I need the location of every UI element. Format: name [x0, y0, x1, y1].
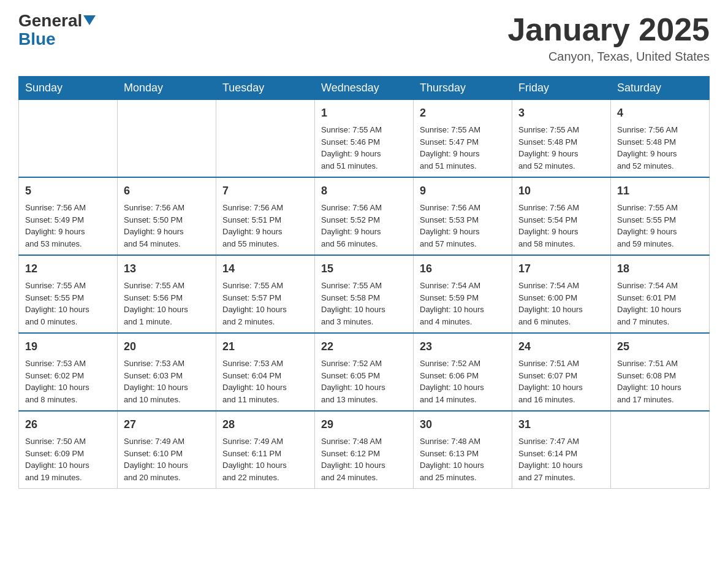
calendar-week-row: 12Sunrise: 7:55 AMSunset: 5:55 PMDayligh…	[19, 255, 710, 333]
day-info: Sunrise: 7:56 AM	[617, 124, 703, 136]
day-info: Sunset: 6:09 PM	[25, 448, 111, 460]
calendar-cell: 17Sunrise: 7:54 AMSunset: 6:00 PMDayligh…	[512, 255, 611, 333]
day-info: Sunrise: 7:55 AM	[617, 202, 703, 214]
calendar-cell: 25Sunrise: 7:51 AMSunset: 6:08 PMDayligh…	[611, 333, 710, 411]
calendar-header-thursday: Thursday	[414, 77, 512, 100]
day-info: Sunset: 6:01 PM	[617, 292, 703, 304]
day-number: 3	[518, 105, 604, 121]
day-info: and 0 minutes.	[25, 316, 111, 328]
day-number: 9	[420, 183, 506, 199]
day-info: Daylight: 9 hours	[518, 226, 604, 238]
calendar-cell: 2Sunrise: 7:55 AMSunset: 5:47 PMDaylight…	[414, 100, 512, 178]
day-info: and 4 minutes.	[420, 316, 506, 328]
day-info: Daylight: 10 hours	[321, 459, 407, 472]
calendar-cell: 9Sunrise: 7:56 AMSunset: 5:53 PMDaylight…	[414, 177, 512, 255]
day-info: Sunset: 5:58 PM	[321, 292, 407, 304]
day-number: 24	[518, 339, 604, 355]
day-info: Sunset: 5:55 PM	[617, 214, 703, 226]
day-info: Sunset: 6:00 PM	[518, 292, 604, 304]
day-info: and 17 minutes.	[617, 394, 703, 406]
day-info: and 54 minutes.	[124, 238, 210, 250]
calendar-header-tuesday: Tuesday	[216, 77, 315, 100]
day-info: Sunrise: 7:54 AM	[617, 280, 703, 292]
day-info: and 56 minutes.	[321, 238, 407, 250]
day-info: Daylight: 10 hours	[25, 459, 111, 472]
day-info: Sunrise: 7:55 AM	[124, 280, 210, 292]
day-info: Sunrise: 7:56 AM	[222, 202, 308, 214]
day-info: and 14 minutes.	[420, 394, 506, 406]
day-info: Daylight: 9 hours	[518, 148, 604, 160]
day-info: and 52 minutes.	[617, 160, 703, 172]
day-info: Daylight: 10 hours	[25, 381, 111, 394]
calendar-cell: 18Sunrise: 7:54 AMSunset: 6:01 PMDayligh…	[611, 255, 710, 333]
day-info: Sunset: 6:13 PM	[420, 448, 506, 460]
day-info: Sunrise: 7:55 AM	[321, 280, 407, 292]
day-info: Sunset: 5:51 PM	[222, 214, 308, 226]
day-info: and 57 minutes.	[420, 238, 506, 250]
day-number: 7	[222, 183, 308, 199]
day-number: 5	[25, 183, 111, 199]
calendar-week-row: 5Sunrise: 7:56 AMSunset: 5:49 PMDaylight…	[19, 177, 710, 255]
day-info: Sunset: 5:50 PM	[124, 214, 210, 226]
day-info: Sunset: 5:47 PM	[420, 136, 506, 148]
day-info: Daylight: 10 hours	[420, 304, 506, 316]
day-number: 19	[25, 339, 111, 355]
day-info: Daylight: 10 hours	[420, 381, 506, 394]
day-info: Daylight: 10 hours	[222, 304, 308, 316]
calendar-cell	[19, 100, 118, 178]
day-number: 30	[420, 416, 506, 433]
day-number: 10	[518, 183, 604, 199]
day-info: Sunset: 5:53 PM	[420, 214, 506, 226]
calendar-cell	[118, 100, 216, 178]
day-info: Sunrise: 7:52 AM	[420, 358, 506, 370]
day-info: and 13 minutes.	[321, 394, 407, 406]
day-info: and 53 minutes.	[25, 238, 111, 250]
calendar-week-row: 19Sunrise: 7:53 AMSunset: 6:02 PMDayligh…	[19, 333, 710, 411]
month-title: January 2025	[507, 12, 710, 47]
day-info: Daylight: 10 hours	[321, 381, 407, 394]
calendar-cell: 10Sunrise: 7:56 AMSunset: 5:54 PMDayligh…	[512, 177, 611, 255]
day-info: and 59 minutes.	[617, 238, 703, 250]
day-info: Sunrise: 7:55 AM	[25, 280, 111, 292]
logo-arrow-icon	[83, 15, 96, 25]
calendar-cell: 13Sunrise: 7:55 AMSunset: 5:56 PMDayligh…	[118, 255, 216, 333]
day-info: Daylight: 10 hours	[321, 304, 407, 316]
day-info: Daylight: 10 hours	[124, 304, 210, 316]
day-number: 15	[321, 261, 407, 277]
calendar-header-monday: Monday	[118, 77, 216, 100]
day-number: 29	[321, 416, 407, 433]
day-number: 6	[124, 183, 210, 199]
day-info: Sunrise: 7:55 AM	[518, 124, 604, 136]
calendar-cell: 23Sunrise: 7:52 AMSunset: 6:06 PMDayligh…	[414, 333, 512, 411]
calendar-cell: 24Sunrise: 7:51 AMSunset: 6:07 PMDayligh…	[512, 333, 611, 411]
day-info: Sunrise: 7:53 AM	[124, 358, 210, 370]
calendar-cell: 29Sunrise: 7:48 AMSunset: 6:12 PMDayligh…	[315, 411, 414, 489]
day-info: Sunrise: 7:55 AM	[321, 124, 407, 136]
day-info: Daylight: 9 hours	[420, 226, 506, 238]
day-info: Daylight: 10 hours	[222, 459, 308, 472]
calendar-cell: 22Sunrise: 7:52 AMSunset: 6:05 PMDayligh…	[315, 333, 414, 411]
day-info: and 16 minutes.	[518, 394, 604, 406]
day-number: 18	[617, 261, 703, 277]
day-info: Sunset: 6:02 PM	[25, 370, 111, 382]
calendar-cell: 19Sunrise: 7:53 AMSunset: 6:02 PMDayligh…	[19, 333, 118, 411]
day-number: 17	[518, 261, 604, 277]
day-info: Sunset: 6:07 PM	[518, 370, 604, 382]
day-info: Sunrise: 7:54 AM	[420, 280, 506, 292]
day-number: 12	[25, 261, 111, 277]
day-info: Sunset: 5:46 PM	[321, 136, 407, 148]
day-info: Sunset: 5:48 PM	[518, 136, 604, 148]
calendar-header-friday: Friday	[512, 77, 611, 100]
day-info: Daylight: 10 hours	[617, 381, 703, 394]
day-info: Sunrise: 7:54 AM	[518, 280, 604, 292]
calendar-cell: 31Sunrise: 7:47 AMSunset: 6:14 PMDayligh…	[512, 411, 611, 489]
day-info: Daylight: 9 hours	[617, 148, 703, 160]
day-number: 2	[420, 105, 506, 121]
calendar-cell: 12Sunrise: 7:55 AMSunset: 5:55 PMDayligh…	[19, 255, 118, 333]
location-text: Canyon, Texas, United States	[507, 50, 710, 64]
day-number: 20	[124, 339, 210, 355]
calendar-header-saturday: Saturday	[611, 77, 710, 100]
day-number: 26	[25, 416, 111, 433]
calendar-cell	[216, 100, 315, 178]
calendar-cell: 1Sunrise: 7:55 AMSunset: 5:46 PMDaylight…	[315, 100, 414, 178]
